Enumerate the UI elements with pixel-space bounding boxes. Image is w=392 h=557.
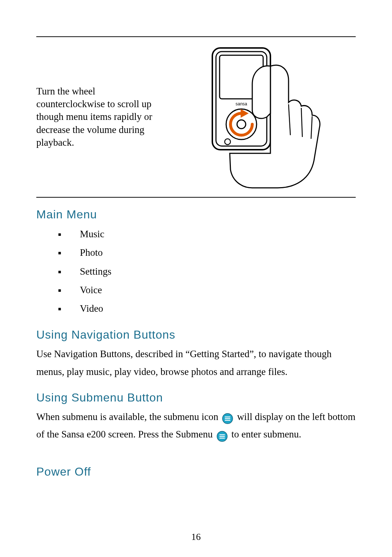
- svg-rect-13: [225, 420, 230, 421]
- list-item: Music: [58, 225, 356, 243]
- submenu-icon: [222, 412, 233, 423]
- top-divider: [36, 36, 356, 37]
- navigation-buttons-body: Use Navigation Buttons, described in “Ge…: [36, 345, 356, 380]
- svg-point-5: [225, 139, 230, 145]
- svg-rect-12: [225, 419, 230, 419]
- submenu-body-part1: When submenu is available, the submenu i…: [36, 411, 219, 422]
- list-item: Photo: [58, 243, 356, 262]
- svg-rect-17: [219, 438, 225, 439]
- intro-section: Turn the wheel counterclockwise to scrol…: [36, 44, 356, 190]
- device-illustration: sansa: [171, 44, 356, 190]
- list-item: Voice: [58, 281, 356, 299]
- intro-paragraph: Turn the wheel counterclockwise to scrol…: [36, 85, 160, 149]
- hand-holding-device-icon: sansa: [198, 44, 328, 190]
- page-number: 16: [0, 532, 392, 542]
- main-menu-list: Music Photo Settings Voice Video: [36, 225, 356, 318]
- submenu-icon: [217, 430, 228, 441]
- heading-main-menu: Main Menu: [36, 208, 356, 221]
- heading-navigation-buttons: Using Navigation Buttons: [36, 328, 356, 342]
- heading-submenu-button: Using Submenu Button: [36, 391, 356, 404]
- heading-power-off: Power Off: [36, 465, 356, 479]
- submenu-body: When submenu is available, the submenu i…: [36, 408, 356, 443]
- document-page: Turn the wheel counterclockwise to scrol…: [0, 0, 392, 557]
- list-item: Settings: [58, 262, 356, 281]
- submenu-body-part3: to enter submenu.: [231, 429, 301, 440]
- svg-rect-11: [225, 417, 230, 417]
- device-brand-label: sansa: [236, 101, 247, 106]
- svg-rect-16: [219, 436, 225, 437]
- mid-divider: [36, 197, 356, 198]
- svg-rect-15: [219, 434, 225, 435]
- svg-point-4: [237, 120, 246, 129]
- list-item: Video: [58, 299, 356, 318]
